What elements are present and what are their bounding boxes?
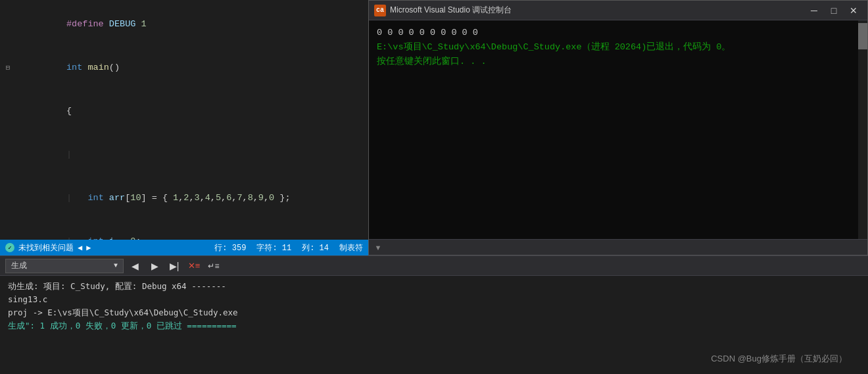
console-maximize-button[interactable]: □ xyxy=(825,4,842,17)
console-minimize-button[interactable]: ─ xyxy=(806,4,823,17)
code-line-content-5: | int arr[10] = { 1,2,3,4,5,6,7,8,9,0 }; xyxy=(13,176,368,220)
console-titlebar: ca Microsoft Visual Studio 调试控制台 ─ □ ✕ xyxy=(369,1,867,20)
scroll-right-button[interactable]: ▶ xyxy=(146,259,163,273)
bottom-panel: 生成 ▼ ◀ ▶ ▶| ✕≡ ↵≡ 动生成: 项目: C_Study, 配置: … xyxy=(0,255,868,374)
console-output-exit: E:\vs项目\C_Study\x64\Debug\C_Study.exe（进程… xyxy=(377,40,859,55)
console-nav-arrows: ▼ xyxy=(369,239,867,255)
console-title: Microsoft Visual Studio 调试控制台 xyxy=(390,5,806,16)
code-line-content-3: { xyxy=(13,90,368,133)
status-bar-right: 行: 359 字符: 11 列: 14 制表符 xyxy=(214,242,363,254)
console-output-numbers: 0 0 0 0 0 0 0 0 0 0 xyxy=(377,26,859,40)
bottom-toolbar: 生成 ▼ ◀ ▶ ▶| ✕≡ ↵≡ xyxy=(0,256,868,276)
build-output-line1: 动生成: 项目: C_Study, 配置: Debug x64 ------- xyxy=(8,280,860,293)
code-line-content-2: int main() xyxy=(13,46,368,90)
no-problems-label: 未找到相关问题 xyxy=(18,242,74,254)
watermark: CSDN @Bug修炼手册（互奶必回） xyxy=(0,353,857,369)
build-output-line4: 生成": 1 成功，0 失败，0 更新，0 已跳过 ========== xyxy=(8,319,860,333)
status-bar-left: ✓ 未找到相关问题 ◀ ▶ xyxy=(5,242,91,254)
build-dropdown-arrow: ▼ xyxy=(114,262,118,269)
console-scrollbar[interactable] xyxy=(858,20,867,239)
no-problems-icon: ✓ xyxy=(5,243,14,252)
console-window: ca Microsoft Visual Studio 调试控制台 ─ □ ✕ 0… xyxy=(368,0,868,255)
build-dropdown-label: 生成 xyxy=(11,260,27,271)
status-bar: ✓ 未找到相关问题 ◀ ▶ 行: 359 字符: 11 列: 14 制表符 xyxy=(0,240,368,255)
console-output-close: 按任意键关闭此窗口. . . xyxy=(377,55,859,69)
wrap-button[interactable]: ↵≡ xyxy=(205,259,222,273)
scroll-right2-button[interactable]: ▶| xyxy=(166,259,183,273)
code-line-2: ⊟ int main() xyxy=(0,46,368,90)
nav-left-arrow[interactable]: ◀ xyxy=(78,243,82,253)
scroll-left-button[interactable]: ◀ xyxy=(126,259,143,273)
code-editor: #define DEBUG 1 ⊟ int main() { xyxy=(0,0,368,255)
tab-indicator: 制表符 xyxy=(339,242,363,254)
code-line-content-4: | xyxy=(13,133,368,176)
build-output-line3: proj -> E:\vs项目\C_Study\x64\Debug\C_Stud… xyxy=(8,306,860,319)
code-content: #define DEBUG 1 ⊟ int main() { xyxy=(0,0,368,255)
console-close-button[interactable]: ✕ xyxy=(845,4,862,17)
main-area: #define DEBUG 1 ⊟ int main() { xyxy=(0,0,868,255)
char-indicator: 字符: 11 xyxy=(256,242,291,254)
console-app-icon: ca xyxy=(374,5,386,16)
console-body: 0 0 0 0 0 0 0 0 0 0 E:\vs项目\C_Study\x64\… xyxy=(369,20,867,239)
build-output-line2: sing13.c xyxy=(8,293,860,306)
bottom-content: 动生成: 项目: C_Study, 配置: Debug x64 ------- … xyxy=(0,276,868,358)
col-indicator: 列: 14 xyxy=(302,242,329,254)
code-line-3: { xyxy=(0,90,368,133)
console-buttons: ─ □ ✕ xyxy=(806,4,862,17)
code-line-4: | xyxy=(0,133,368,176)
code-line-1: #define DEBUG 1 xyxy=(0,3,368,46)
clear-button[interactable]: ✕≡ xyxy=(185,259,203,273)
build-dropdown[interactable]: 生成 ▼ xyxy=(5,259,124,273)
nav-right-arrow[interactable]: ▶ xyxy=(86,243,91,253)
console-down-arrow[interactable]: ▼ xyxy=(369,240,387,255)
console-scrollbar-thumb[interactable] xyxy=(858,23,867,49)
fold-icon-2[interactable]: ⊟ xyxy=(3,61,13,75)
row-indicator: 行: 359 xyxy=(214,242,246,254)
code-line-5: | int arr[10] = { 1,2,3,4,5,6,7,8,9,0 }; xyxy=(0,176,368,220)
code-line-content-1: #define DEBUG 1 xyxy=(13,3,368,46)
